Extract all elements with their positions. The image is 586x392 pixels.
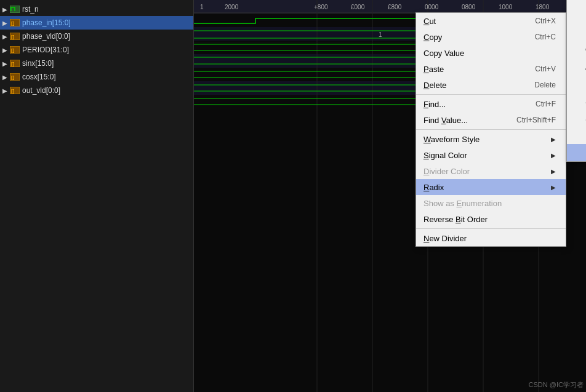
radix-submenu: ✓ Default Binary Hexadecimal Octal [566,0,586,162]
svg-text:2000: 2000 [225,4,239,10]
svg-text:[]: [] [11,20,15,26]
menu-item-copy[interactable]: Copy Ctrl+C [416,29,566,45]
menu-item-delete-label: Delete [423,81,522,90]
signal-item-phase-in[interactable]: ▶ [] phase_in[15:0] [0,16,193,30]
arrow-icon-sinx: ▶ [2,60,9,67]
signal-item-cosx[interactable]: ▶ [] cosx[15:0] [0,70,193,84]
svg-text:1000: 1000 [499,4,513,10]
menu-item-find-label: Find... [423,100,523,109]
checkmark-default: ✓ [574,0,585,2]
signal-name-rst-n: rst_n [22,5,39,14]
context-menu: Cut Ctrl+X Copy Ctrl+C Copy Value Paste … [415,12,566,247]
menu-item-delete-shortcut: Delete [534,81,556,89]
svg-text:[]: [] [11,74,15,80]
svg-text:1: 1 [200,4,204,10]
watermark: CSDN @IC学习者 [529,380,584,390]
menu-item-signal-color-label: Signal Color [423,151,546,160]
signal-item-out-vld[interactable]: ▶ [] out_vld[0:0] [0,84,193,97]
separator-3 [416,228,566,229]
sig-icon-sinx: [] [10,59,20,68]
sig-icon-phase-vld: [] [10,32,20,41]
menu-item-find-value[interactable]: Find Value... Ctrl+Shift+F [416,112,566,128]
menu-item-show-enum-label: Show as Enumeration [423,199,556,208]
svg-text:0800: 0800 [462,4,476,10]
main-container: ▶ rst_n ▶ [] phase_in[15:0] ▶ [0,0,586,392]
signal-name-phase-in: phase_in[15:0] [22,18,71,27]
menu-item-waveform-style[interactable]: Waveform Style ▶ [416,131,566,147]
signal-item-sinx[interactable]: ▶ [] sinx[15:0] [0,57,193,70]
separator-1 [416,94,566,95]
menu-item-find-value-shortcut: Ctrl+Shift+F [516,116,556,124]
svg-text:1800: 1800 [536,4,550,10]
sig-icon-phase-in: [] [10,18,20,27]
svg-text:+800: +800 [314,4,328,10]
signal-name-phase-vld: phase_vld[0:0] [22,32,70,41]
sig-icon-rst-n [10,5,20,14]
menu-item-new-divider[interactable]: New Divider [416,230,566,246]
sidebar: ▶ rst_n ▶ [] phase_in[15:0] ▶ [0,0,194,392]
sig-icon-out-vld: [] [10,86,20,95]
menu-item-cut-shortcut: Ctrl+X [535,17,556,25]
radix-default[interactable]: ✓ Default [567,0,586,6]
menu-item-find-value-label: Find Value... [423,116,504,125]
menu-item-radix[interactable]: Radix ▶ ✓ Default Binary Hexadecimal [416,179,566,195]
svg-text:[]: [] [11,34,15,39]
arrow-icon-cosx: ▶ [2,74,9,81]
svg-text:[]: [] [11,61,15,66]
radix-binary[interactable]: Binary [567,6,586,23]
menu-item-divider-color: Divider Color ▶ [416,163,566,179]
svg-text:[]: [] [11,47,15,53]
signal-name-period: PERIOD[31:0] [22,46,69,54]
menu-item-waveform-style-label: Waveform Style [423,135,546,144]
radix-real-settings[interactable]: Real Settings... [567,144,586,161]
waveform-area: 1 2000 +800 £000 £800 0000 0800 1000 180… [194,0,586,392]
radix-signed-decimal[interactable]: Signed Decimal [567,92,586,110]
signal-item-period[interactable]: ▶ [] PERIOD[31:0] [0,43,193,57]
menu-item-new-divider-label: New Divider [423,234,556,243]
menu-item-cut[interactable]: Cut Ctrl+X [416,13,566,29]
signal-name-sinx: sinx[15:0] [22,59,54,68]
svg-text:[]: [] [11,88,15,94]
menu-item-divider-color-label: Divider Color [423,167,546,176]
menu-item-find[interactable]: Find... Ctrl+F [416,96,566,112]
svg-text:0000: 0000 [425,4,439,10]
arrow-icon: ▶ [2,6,9,13]
menu-item-signal-color[interactable]: Signal Color ▶ [416,147,566,163]
signal-name-out-vld: out_vld[0:0] [22,86,60,95]
menu-item-reverse-bit[interactable]: Reverse Bit Order [416,211,566,227]
submenu-arrow-signal-color: ▶ [551,152,556,159]
svg-text:£800: £800 [388,4,402,10]
radix-hexadecimal[interactable]: Hexadecimal [567,23,586,41]
sig-icon-cosx: [] [10,73,20,81]
arrow-icon-period: ▶ [2,47,9,54]
signal-name-cosx: cosx[15:0] [22,73,56,81]
menu-item-copy-value-label: Copy Value [423,49,556,58]
menu-item-delete[interactable]: Delete Delete [416,77,566,93]
arrow-icon-phase-in: ▶ [2,20,9,26]
menu-item-cut-label: Cut [423,17,523,26]
signal-item-phase-vld[interactable]: ▶ [] phase_vld[0:0] [0,30,193,43]
radix-octal[interactable]: Octal [567,41,586,58]
menu-item-show-enum: Show as Enumeration [416,195,566,211]
menu-item-copy-shortcut: Ctrl+C [535,33,556,41]
radix-signed-magnitude[interactable]: Signed Magnitude [567,110,586,127]
menu-item-copy-value[interactable]: Copy Value [416,45,566,61]
menu-item-radix-label: Radix [423,183,546,192]
arrow-icon-out-vld: ▶ [2,87,9,94]
submenu-arrow-radix: ▶ [551,184,556,191]
menu-item-paste-shortcut: Ctrl+V [535,65,556,73]
submenu-arrow-divider-color: ▶ [551,168,556,175]
svg-text:1: 1 [379,31,382,38]
arrow-icon-phase-vld: ▶ [2,33,9,40]
radix-real: Real [567,127,586,144]
submenu-arrow-waveform: ▶ [551,136,556,143]
signal-item-rst-n[interactable]: ▶ rst_n [0,2,193,16]
menu-item-paste[interactable]: Paste Ctrl+V [416,61,566,77]
separator-2 [416,129,566,130]
menu-item-paste-label: Paste [423,65,523,74]
sig-icon-period: [] [10,46,20,54]
menu-item-copy-label: Copy [423,33,523,42]
radix-ascii[interactable]: ASCII [567,58,586,75]
radix-unsigned-decimal[interactable]: Unsigned Decimal [567,75,586,92]
menu-item-reverse-bit-label: Reverse Bit Order [423,215,556,224]
